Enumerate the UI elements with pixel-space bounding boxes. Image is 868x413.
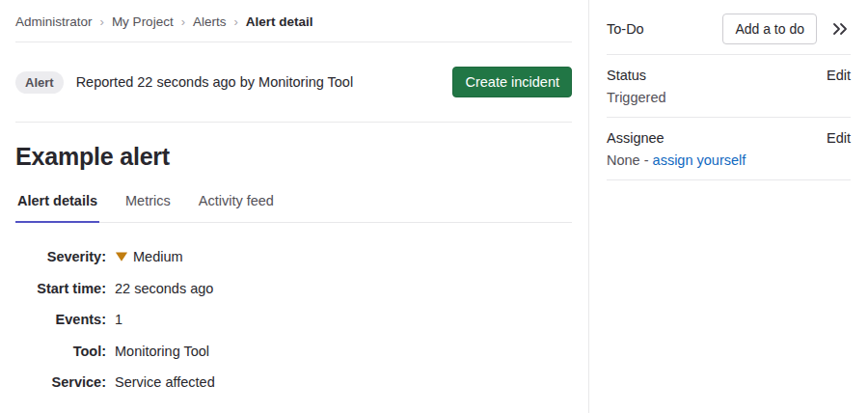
main-content: Administrator › My Project › Alerts › Al…	[0, 0, 588, 413]
tab-metrics[interactable]: Metrics	[123, 189, 173, 223]
detail-label: Tool:	[15, 344, 106, 359]
assignee-none-text: None -	[607, 152, 653, 168]
status-header: Status Edit	[607, 68, 851, 83]
assignee-value: None - assign yourself	[607, 152, 851, 168]
detail-value: Medium	[115, 249, 183, 264]
detail-value: Service affected	[115, 374, 215, 390]
status-label: Status	[607, 68, 646, 83]
detail-row-service: Service: Service affected	[15, 367, 572, 399]
status-value: Triggered	[607, 90, 851, 105]
assignee-header: Assignee Edit	[607, 130, 851, 146]
chevron-double-right-icon	[831, 21, 849, 37]
status-edit-button[interactable]: Edit	[827, 68, 851, 83]
todo-section: To-Do Add a to do	[607, 0, 851, 54]
page-title: Example alert	[15, 143, 572, 171]
detail-label: Start time:	[15, 281, 106, 296]
breadcrumb: Administrator › My Project › Alerts › Al…	[15, 0, 572, 41]
tab-activity-feed[interactable]: Activity feed	[197, 189, 276, 223]
breadcrumb-item-current: Alert detail	[246, 14, 313, 29]
alert-details-list: Severity: Medium Start time: 22 seconds …	[15, 241, 572, 399]
assignee-label: Assignee	[607, 130, 665, 146]
detail-value: Monitoring Tool	[115, 344, 209, 359]
alert-summary-bar: Alert Reported 22 seconds ago by Monitor…	[15, 42, 572, 122]
assign-yourself-link[interactable]: assign yourself	[653, 152, 746, 168]
collapse-sidebar-button[interactable]	[829, 17, 851, 41]
assignee-edit-button[interactable]: Edit	[827, 130, 851, 146]
breadcrumb-separator-icon: ›	[234, 14, 238, 29]
detail-label: Severity:	[15, 249, 106, 264]
breadcrumb-item-alerts[interactable]: Alerts	[193, 14, 227, 29]
right-sidebar: To-Do Add a to do Status Edit Triggered …	[588, 0, 868, 413]
sidebar-bottom-divider	[607, 179, 851, 205]
detail-row-start-time: Start time: 22 seconds ago	[15, 273, 572, 305]
detail-row-severity: Severity: Medium	[15, 241, 572, 273]
assignee-section: Assignee Edit None - assign yourself	[607, 117, 851, 179]
breadcrumb-item-administrator[interactable]: Administrator	[15, 14, 93, 29]
breadcrumb-separator-icon: ›	[181, 14, 185, 29]
severity-value: Medium	[133, 249, 183, 264]
detail-row-tool: Tool: Monitoring Tool	[15, 336, 572, 368]
detail-row-events: Events: 1	[15, 304, 572, 336]
detail-label: Events:	[15, 312, 106, 327]
create-incident-button[interactable]: Create incident	[452, 67, 572, 97]
alert-badge: Alert	[15, 71, 64, 94]
detail-value: 1	[115, 312, 122, 327]
status-section: Status Edit Triggered	[607, 54, 851, 117]
alert-bar-divider	[15, 122, 572, 123]
reported-text: Reported 22 seconds ago by Monitoring To…	[76, 74, 354, 90]
detail-label: Service:	[15, 374, 106, 390]
detail-value: 22 seconds ago	[115, 281, 213, 296]
tab-bar: Alert details Metrics Activity feed	[15, 189, 572, 223]
add-todo-button[interactable]: Add a to do	[722, 14, 817, 44]
todo-label: To-Do	[607, 21, 644, 37]
tab-alert-details[interactable]: Alert details	[15, 189, 99, 223]
breadcrumb-item-my-project[interactable]: My Project	[112, 14, 174, 29]
severity-medium-icon	[115, 250, 128, 263]
breadcrumb-separator-icon: ›	[100, 14, 104, 29]
